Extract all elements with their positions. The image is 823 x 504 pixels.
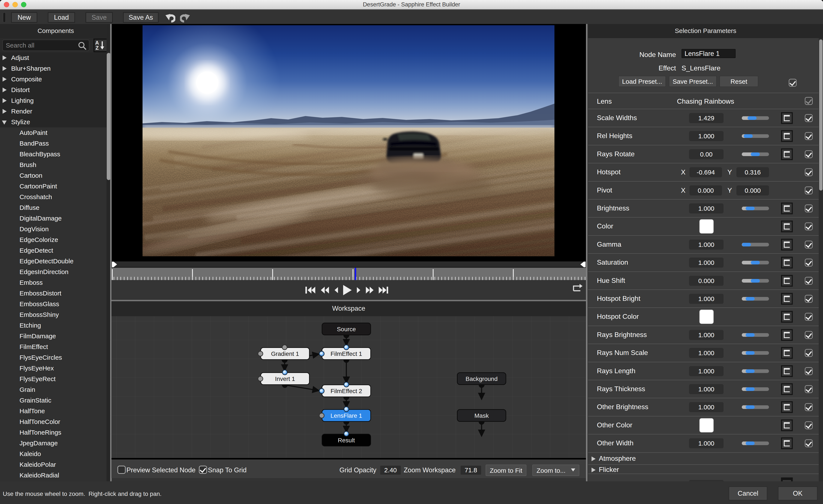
svg-text:A: A <box>95 40 99 46</box>
svg-text:Z: Z <box>96 45 99 51</box>
